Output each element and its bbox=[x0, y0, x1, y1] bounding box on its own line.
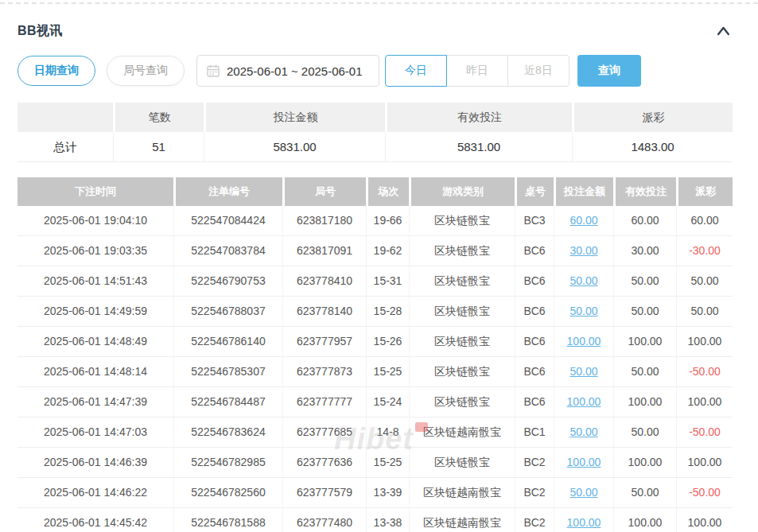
summary-header-count: 笔数 bbox=[113, 103, 204, 132]
cell-valid-bet: 50.00 bbox=[613, 357, 676, 387]
cell-payout: -50.00 bbox=[676, 417, 733, 448]
bet-record-panel: BB视讯 日期查询 局号查询 2025-06-01 ~ 2025-06-01 今… bbox=[0, 0, 758, 532]
bet-amount-link[interactable]: 50.00 bbox=[569, 365, 597, 378]
cell-bet-amount[interactable]: 100.00 bbox=[554, 387, 613, 417]
cell-bet-amount[interactable]: 50.00 bbox=[554, 478, 613, 508]
cell-payout: 100.00 bbox=[676, 508, 733, 532]
quick-last8days-button[interactable]: 近8日 bbox=[507, 55, 569, 87]
table-row: 2025-06-01 14:46:22522546782560623777579… bbox=[17, 478, 733, 508]
cell-session: 14-8 bbox=[366, 417, 409, 448]
cell-valid-bet: 30.00 bbox=[613, 236, 676, 266]
summary-header-payout: 派彩 bbox=[572, 103, 733, 132]
cell-round-id: 623777957 bbox=[282, 327, 366, 357]
cell-bet-id: 522547084424 bbox=[173, 206, 282, 236]
bet-amount-link[interactable]: 100.00 bbox=[567, 516, 601, 529]
cell-session: 15-31 bbox=[366, 266, 409, 297]
cell-bet-id: 522546782560 bbox=[173, 478, 282, 508]
cell-valid-bet: 50.00 bbox=[613, 417, 676, 448]
cell-game-type: 区块链骰宝 bbox=[409, 448, 515, 478]
cell-table-id: BC3 bbox=[515, 206, 554, 236]
bet-table-body: 2025-06-01 19:04:10522547084424623817180… bbox=[17, 206, 733, 532]
table-row: 2025-06-01 14:51:43522546790753623778410… bbox=[17, 266, 733, 297]
summary-header-valid-bet: 有效投注 bbox=[385, 103, 572, 132]
cell-bet-amount[interactable]: 50.00 bbox=[554, 266, 613, 297]
top-divider bbox=[0, 2, 758, 4]
table-row: 2025-06-01 14:46:39522546782985623777636… bbox=[17, 448, 733, 478]
round-query-tab[interactable]: 局号查询 bbox=[107, 56, 185, 86]
cell-bet-amount[interactable]: 30.00 bbox=[554, 236, 613, 266]
summary-table: 笔数 投注金额 有效投注 派彩 总计 51 5831.00 5831.00 14… bbox=[17, 103, 733, 162]
cell-round-id: 623777873 bbox=[282, 357, 366, 387]
cell-payout: 50.00 bbox=[676, 297, 733, 327]
filter-bar: 日期查询 局号查询 2025-06-01 ~ 2025-06-01 今日 昨日 … bbox=[17, 55, 733, 87]
cell-session: 19-62 bbox=[366, 236, 409, 266]
cell-session: 15-28 bbox=[366, 297, 409, 327]
bet-amount-link[interactable]: 100.00 bbox=[567, 395, 601, 408]
cell-game-type: 区块链骰宝 bbox=[409, 206, 515, 236]
cell-bet-id: 522547083784 bbox=[173, 236, 282, 266]
cell-table-id: BC6 bbox=[515, 327, 554, 357]
bet-amount-link[interactable]: 50.00 bbox=[569, 425, 597, 438]
summary-header-bet-amount: 投注金额 bbox=[204, 103, 385, 132]
cell-valid-bet: 100.00 bbox=[613, 448, 676, 478]
cell-bet-id: 522546782985 bbox=[173, 448, 282, 478]
bet-amount-link[interactable]: 30.00 bbox=[569, 244, 597, 257]
header-bet-id: 注单编号 bbox=[173, 177, 282, 206]
cell-payout: 100.00 bbox=[676, 387, 733, 417]
cell-table-id: BC1 bbox=[515, 417, 554, 448]
cell-bet-id: 522546788037 bbox=[173, 297, 282, 327]
cell-bet-time: 2025-06-01 14:46:39 bbox=[17, 448, 173, 478]
cell-payout: -50.00 bbox=[676, 357, 733, 387]
summary-header-row: 笔数 投注金额 有效投注 派彩 bbox=[17, 103, 733, 132]
header-game-type: 游戏类别 bbox=[409, 177, 515, 206]
summary-total-row: 总计 51 5831.00 5831.00 1483.00 bbox=[17, 132, 733, 162]
cell-bet-id: 522546783624 bbox=[173, 417, 282, 448]
cell-game-type: 区块链越南骰宝 bbox=[409, 478, 515, 508]
cell-bet-time: 2025-06-01 19:03:35 bbox=[17, 236, 173, 266]
date-range-input[interactable]: 2025-06-01 ~ 2025-06-01 bbox=[196, 55, 379, 87]
cell-table-id: BC6 bbox=[515, 236, 554, 266]
table-row: 2025-06-01 14:47:03522546783624623777685… bbox=[17, 417, 733, 448]
cell-game-type: 区块链骰宝 bbox=[409, 266, 515, 297]
cell-bet-time: 2025-06-01 19:04:10 bbox=[17, 206, 173, 236]
calendar-icon bbox=[207, 64, 220, 77]
quick-today-button[interactable]: 今日 bbox=[385, 55, 447, 87]
bet-amount-link[interactable]: 50.00 bbox=[569, 305, 597, 317]
date-query-tab[interactable]: 日期查询 bbox=[17, 56, 95, 86]
cell-bet-amount[interactable]: 50.00 bbox=[554, 357, 613, 387]
cell-session: 15-25 bbox=[366, 357, 409, 387]
cell-bet-time: 2025-06-01 14:45:42 bbox=[17, 508, 173, 532]
table-row: 2025-06-01 19:04:10522547084424623817180… bbox=[17, 206, 733, 236]
cell-valid-bet: 100.00 bbox=[613, 327, 676, 357]
cell-table-id: BC6 bbox=[515, 357, 554, 387]
cell-bet-amount[interactable]: 60.00 bbox=[554, 206, 613, 236]
cell-round-id: 623778140 bbox=[282, 297, 366, 327]
header-bet-time: 下注时间 bbox=[17, 177, 173, 206]
cell-table-id: BC2 bbox=[515, 448, 554, 478]
header-payout: 派彩 bbox=[676, 177, 733, 206]
cell-bet-amount[interactable]: 100.00 bbox=[554, 448, 613, 478]
search-button[interactable]: 查询 bbox=[577, 55, 641, 87]
bet-amount-link[interactable]: 100.00 bbox=[567, 335, 601, 348]
bet-amount-link[interactable]: 60.00 bbox=[569, 214, 597, 227]
cell-bet-amount[interactable]: 50.00 bbox=[554, 297, 613, 327]
cell-game-type: 区块链越南骰宝 bbox=[409, 508, 515, 532]
summary-payout-value: 1483.00 bbox=[572, 132, 733, 162]
bet-amount-link[interactable]: 50.00 bbox=[569, 274, 597, 287]
cell-session: 13-39 bbox=[366, 478, 409, 508]
bet-amount-link[interactable]: 100.00 bbox=[567, 456, 601, 468]
cell-bet-amount[interactable]: 50.00 bbox=[554, 417, 613, 448]
cell-session: 13-38 bbox=[366, 508, 409, 532]
summary-bet-amount-value: 5831.00 bbox=[204, 132, 385, 162]
cell-bet-amount[interactable]: 100.00 bbox=[554, 508, 613, 532]
bet-amount-link[interactable]: 50.00 bbox=[569, 486, 597, 499]
cell-bet-amount[interactable]: 100.00 bbox=[554, 327, 613, 357]
cell-session: 19-66 bbox=[366, 206, 409, 236]
cell-bet-time: 2025-06-01 14:48:14 bbox=[17, 357, 173, 387]
cell-game-type: 区块链骰宝 bbox=[409, 236, 515, 266]
cell-bet-time: 2025-06-01 14:49:59 bbox=[17, 297, 173, 327]
collapse-button[interactable] bbox=[714, 23, 733, 39]
cell-round-id: 623777777 bbox=[282, 387, 366, 417]
quick-yesterday-button[interactable]: 昨日 bbox=[446, 55, 508, 87]
cell-bet-id: 522546790753 bbox=[173, 266, 282, 297]
